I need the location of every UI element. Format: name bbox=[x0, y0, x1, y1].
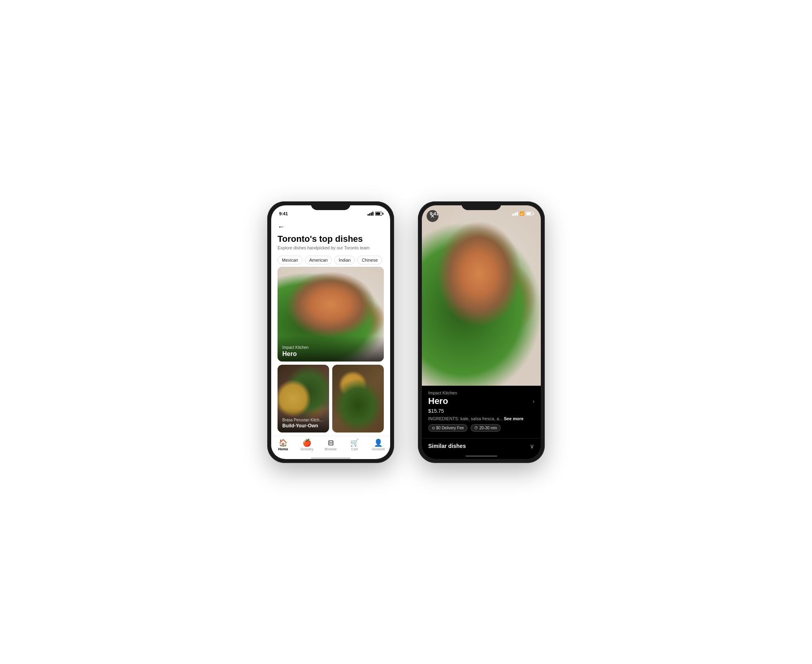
detail-chevron-right[interactable]: › bbox=[532, 398, 534, 404]
time-icon: ⏱ bbox=[474, 426, 478, 430]
account-icon: 👤 bbox=[374, 439, 383, 446]
detail-hero-image: ✕ bbox=[422, 205, 541, 386]
nav-account[interactable]: 👤 Account bbox=[366, 439, 390, 451]
cards-area: Impact Kitchen Hero Brasa Peruvian Kitch… bbox=[271, 267, 390, 436]
nav-home[interactable]: 🏠 Home bbox=[271, 439, 295, 451]
hero-card-dish: Hero bbox=[282, 350, 379, 358]
time-right: 9:41 bbox=[430, 211, 439, 216]
ingredients-text: kale, salsa fresca, a... bbox=[460, 416, 502, 421]
hero-card-restaurant: Impact Kitchen bbox=[282, 345, 379, 350]
small-card-peruvian[interactable]: Brasa Peruvian Kitch... Build-Your-Own bbox=[278, 365, 329, 432]
nav-cart[interactable]: 🛒 Cart bbox=[343, 439, 366, 451]
status-icons-left bbox=[368, 212, 382, 216]
page-title: Toronto's top dishes bbox=[278, 234, 384, 244]
signal-bars-right bbox=[512, 212, 518, 216]
detail-info: Impact Kitchen Hero › $15.75 INGREDIENTS… bbox=[422, 386, 541, 438]
time-badge: ⏱ 20-30 min bbox=[471, 424, 500, 432]
hero-card-overlay: Impact Kitchen Hero bbox=[278, 336, 384, 362]
battery-icon-right bbox=[526, 212, 533, 216]
detail-price: $15.75 bbox=[428, 408, 534, 414]
status-icons-right: 📶 bbox=[512, 211, 533, 216]
delivery-icon: ⊙ bbox=[432, 426, 435, 430]
time-left: 9:41 bbox=[279, 211, 288, 216]
grilled-card-image bbox=[332, 365, 384, 432]
detail-screen: ✕ Impact Kitchen Hero › $15.75 INGREDIEN… bbox=[422, 205, 541, 459]
see-more-link[interactable]: See more bbox=[504, 416, 524, 421]
page-subtitle: Explore dishes handpicked by our Toronto… bbox=[278, 245, 384, 250]
home-indicator-left bbox=[311, 457, 350, 459]
nav-cart-label: Cart bbox=[351, 447, 358, 451]
page-header: Toronto's top dishes Explore dishes hand… bbox=[271, 233, 390, 253]
status-bar-right: 9:41 📶 bbox=[422, 205, 541, 220]
filter-american[interactable]: American bbox=[305, 256, 332, 264]
small-card-grilled[interactable] bbox=[332, 365, 384, 432]
small-cards-row: Brasa Peruvian Kitch... Build-Your-Own bbox=[278, 365, 384, 432]
similar-dishes-section[interactable]: Similar dishes ∨ bbox=[422, 438, 541, 454]
similar-dishes-label: Similar dishes bbox=[428, 443, 466, 449]
filter-chips: Mexican American Indian Chinese bbox=[271, 253, 390, 267]
signal-bars bbox=[368, 212, 373, 216]
left-phone: 9:41 ← Toronto's top dishes Explore dish… bbox=[267, 201, 394, 463]
nav-grocery-label: Grocery bbox=[301, 447, 313, 451]
peruvian-card-overlay: Brasa Peruvian Kitch... Build-Your-Own bbox=[278, 408, 329, 432]
detail-restaurant: Impact Kitchen bbox=[428, 390, 534, 395]
home-indicator-right bbox=[465, 455, 497, 457]
top-bar: ← bbox=[271, 220, 390, 233]
browse-icon: ⊟ bbox=[328, 439, 334, 446]
nav-grocery[interactable]: 🍎 Grocery bbox=[295, 439, 319, 451]
grocery-icon: 🍎 bbox=[303, 439, 311, 446]
delivery-badge: ⊙ $0 Delivery Fee bbox=[428, 424, 467, 432]
filter-chinese[interactable]: Chinese bbox=[357, 256, 382, 264]
detail-food-image bbox=[422, 205, 541, 386]
similar-chevron-down: ∨ bbox=[530, 442, 534, 450]
cart-icon: 🛒 bbox=[350, 439, 359, 446]
notch bbox=[311, 201, 350, 210]
filter-indian[interactable]: Indian bbox=[334, 256, 355, 264]
detail-dish: Hero bbox=[428, 396, 448, 406]
back-button[interactable]: ← bbox=[278, 223, 285, 231]
filter-mexican[interactable]: Mexican bbox=[278, 256, 303, 264]
nav-account-label: Account bbox=[372, 447, 385, 451]
ingredients-prefix: INGREDIENTS: bbox=[428, 416, 459, 421]
bottom-nav: 🏠 Home 🍎 Grocery ⊟ Browse 🛒 Cart 👤 Accou… bbox=[271, 436, 390, 456]
nav-browse-label: Browse bbox=[325, 447, 337, 451]
battery-icon bbox=[375, 212, 382, 216]
detail-ingredients: INGREDIENTS: kale, salsa fresca, a... Se… bbox=[428, 416, 534, 421]
home-icon: 🏠 bbox=[279, 439, 287, 446]
detail-dish-row: Hero › bbox=[428, 396, 534, 406]
peruvian-card-dish: Build-Your-Own bbox=[282, 423, 324, 429]
detail-badges: ⊙ $0 Delivery Fee ⏱ 20-30 min bbox=[428, 424, 534, 432]
nav-browse[interactable]: ⊟ Browse bbox=[319, 439, 343, 451]
time-text: 20-30 min bbox=[479, 426, 497, 430]
wifi-icon: 📶 bbox=[519, 211, 524, 216]
nav-home-label: Home bbox=[278, 447, 288, 451]
hero-card[interactable]: Impact Kitchen Hero bbox=[278, 267, 384, 362]
peruvian-card-restaurant: Brasa Peruvian Kitch... bbox=[282, 418, 324, 422]
delivery-text: $0 Delivery Fee bbox=[436, 426, 464, 430]
right-phone: 9:41 📶 ✕ bbox=[418, 201, 545, 463]
